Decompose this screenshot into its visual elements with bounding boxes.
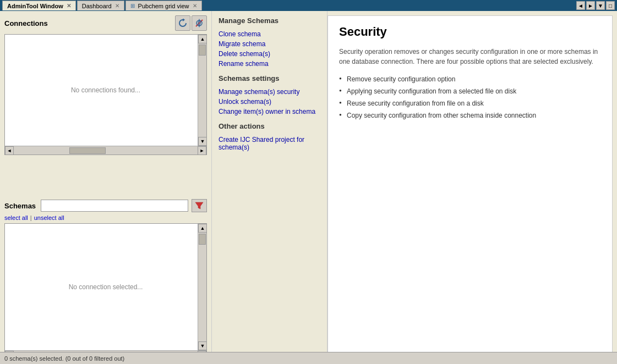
status-text: 0 schema(s) selected. (0 out of 0 filter… bbox=[4, 355, 124, 362]
tab-pubchem-label: Pubchem grid view bbox=[138, 3, 189, 9]
connections-list-box[interactable]: No connections found... ▲ ▼ ◄ bbox=[4, 34, 207, 155]
menu-section-schemas-settings-title: Schemas settings bbox=[219, 74, 320, 82]
bullet-item-2: Applying security configuration from a s… bbox=[339, 85, 601, 97]
schemas-title: Schemas bbox=[4, 202, 37, 210]
bullet-item-1: Remove security configuration option bbox=[339, 73, 601, 85]
schemas-vscroll-down[interactable]: ▼ bbox=[198, 341, 206, 350]
schemas-header: Schemas bbox=[4, 199, 207, 212]
refresh-button[interactable] bbox=[175, 15, 190, 31]
tab-pubchem-close[interactable]: ✕ bbox=[193, 3, 197, 9]
filter-icon bbox=[195, 201, 204, 210]
select-separator: | bbox=[30, 214, 32, 221]
menu-section-other-actions-title: Other actions bbox=[219, 122, 320, 130]
menu-unlock-schema[interactable]: Unlock schema(s) bbox=[219, 97, 320, 107]
hscroll-thumb[interactable] bbox=[69, 147, 106, 154]
nav-maximize-btn[interactable]: □ bbox=[606, 1, 615, 10]
tab-admintool[interactable]: AdminTool Window ✕ bbox=[2, 1, 76, 10]
vscroll-thumb[interactable] bbox=[199, 45, 206, 56]
no-connections-text: No connections found... bbox=[71, 86, 140, 94]
tab-dashboard-close[interactable]: ✕ bbox=[115, 3, 119, 9]
menu-migrate-schema[interactable]: Migrate schema bbox=[219, 39, 320, 49]
tab-dashboard[interactable]: Dashboard ✕ bbox=[77, 1, 124, 10]
tab-pubchem[interactable]: ⊞ Pubchem grid view ✕ bbox=[125, 1, 202, 10]
hscroll-left-arrow[interactable]: ◄ bbox=[5, 146, 14, 155]
schemas-vscroll-thumb[interactable] bbox=[199, 234, 206, 245]
security-description: Security operation removes or changes se… bbox=[339, 47, 601, 67]
menu-rename-schema[interactable]: Rename schema bbox=[219, 59, 320, 69]
menu-create-ijc-project[interactable]: Create IJC Shared project for schema(s) bbox=[219, 135, 320, 152]
vscroll-down-arrow[interactable]: ▼ bbox=[198, 137, 206, 146]
disconnect-button[interactable] bbox=[192, 15, 207, 31]
title-bar-controls: ◄ ► ▼ □ bbox=[576, 1, 615, 10]
disconnect-icon bbox=[195, 19, 204, 27]
menu-clone-schema[interactable]: Clone schema bbox=[219, 29, 320, 39]
nav-next-btn[interactable]: ► bbox=[586, 1, 595, 10]
vscroll-up-arrow[interactable]: ▲ bbox=[198, 35, 206, 43]
schemas-vscroll[interactable]: ▲ ▼ bbox=[198, 224, 206, 350]
tab-admintool-close[interactable]: ✕ bbox=[67, 3, 71, 9]
no-connection-text: No connection selected... bbox=[69, 283, 143, 291]
security-title: Security bbox=[339, 25, 601, 39]
status-bar: 0 schema(s) selected. (0 out of 0 filter… bbox=[0, 352, 617, 364]
schemas-vscroll-track bbox=[198, 233, 206, 341]
tab-dashboard-label: Dashboard bbox=[82, 3, 112, 9]
menu-delete-schemas[interactable]: Delete schema(s) bbox=[219, 49, 320, 59]
schemas-section: Schemas select all | unselect all No con… bbox=[4, 199, 207, 360]
connections-title: Connections bbox=[4, 19, 48, 27]
menu-manage-security[interactable]: Manage schema(s) security bbox=[219, 87, 320, 97]
menu-section-manage-schemas-title: Manage Schemas bbox=[219, 16, 320, 25]
select-all-link[interactable]: select all bbox=[4, 214, 28, 221]
nav-dropdown-btn[interactable]: ▼ bbox=[596, 1, 605, 10]
schemas-filter-input[interactable] bbox=[41, 200, 188, 212]
security-bullets-list: Remove security configuration option App… bbox=[339, 73, 601, 122]
nav-prev-btn[interactable]: ◄ bbox=[576, 1, 585, 10]
bullet-item-4: Copy security configuration from other s… bbox=[339, 109, 601, 122]
menu-change-owner[interactable]: Change item(s) owner in schema bbox=[219, 107, 320, 117]
unselect-all-link[interactable]: unselect all bbox=[34, 214, 64, 221]
schemas-vscroll-up[interactable]: ▲ bbox=[198, 224, 206, 233]
connections-list-wrapper: No connections found... ▲ ▼ ◄ bbox=[4, 34, 207, 195]
right-panel: Security Security operation removes or c… bbox=[327, 15, 613, 360]
title-bar: AdminTool Window ✕ Dashboard ✕ ⊞ Pubchem… bbox=[0, 0, 617, 11]
filter-button[interactable] bbox=[192, 199, 207, 212]
connections-hscroll[interactable]: ◄ ► bbox=[5, 146, 206, 155]
tab-admintool-label: AdminTool Window bbox=[7, 3, 63, 9]
refresh-icon bbox=[178, 19, 187, 27]
schemas-list-box[interactable]: No connection selected... ▲ ▼ ◄ ► bbox=[4, 223, 207, 360]
connections-header: Connections bbox=[4, 15, 207, 31]
main-container: Connections No co bbox=[0, 11, 617, 364]
svg-marker-2 bbox=[195, 202, 203, 209]
bullet-item-3: Reuse security configuration from file o… bbox=[339, 97, 601, 109]
middle-panel: Manage Schemas Clone schema Migrate sche… bbox=[212, 11, 327, 364]
select-links: select all | unselect all bbox=[4, 214, 207, 221]
vscroll-track bbox=[198, 43, 206, 137]
hscroll-right-arrow[interactable]: ► bbox=[198, 146, 206, 155]
connections-icon-buttons bbox=[175, 15, 207, 31]
connections-vscroll[interactable]: ▲ ▼ bbox=[198, 35, 206, 146]
hscroll-track bbox=[15, 147, 196, 154]
left-panel: Connections No co bbox=[0, 11, 212, 364]
